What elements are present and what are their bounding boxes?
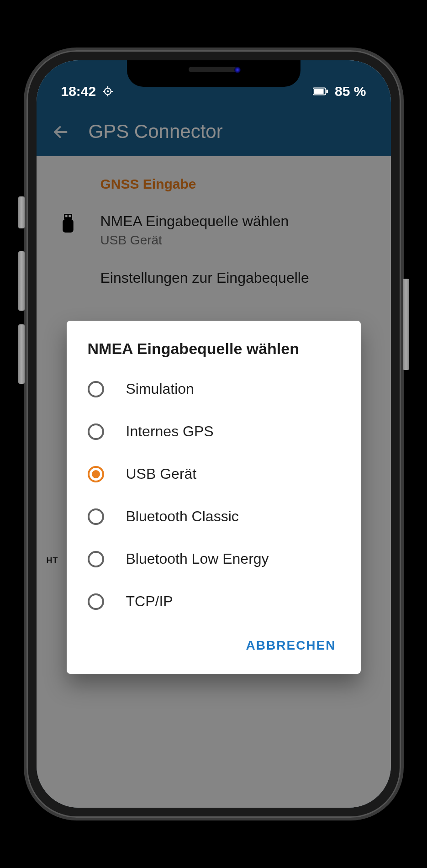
radio-option-3[interactable]: Bluetooth Classic [67,495,361,538]
radio-indicator [88,593,104,610]
dialog-title: NMEA Eingabequelle wählen [67,340,361,368]
radio-indicator [88,423,104,440]
radio-indicator [88,551,104,567]
radio-label: TCP/IP [126,593,173,610]
radio-option-4[interactable]: Bluetooth Low Energy [67,538,361,580]
side-button-vol-down [18,324,25,384]
status-battery: 85 % [335,84,366,99]
side-button-power [403,279,409,370]
svg-point-6 [107,90,109,92]
radio-option-0[interactable]: Simulation [67,368,361,410]
side-button-vol-up [18,251,25,311]
battery-icon [313,87,328,96]
svg-rect-13 [326,90,328,93]
status-time: 18:42 [61,84,96,99]
side-button-mute [18,196,25,228]
svg-rect-12 [314,89,324,94]
speaker-grille [189,67,239,72]
screen: GPS Connector GNSS Eingabe NMEA Eingabeq… [37,60,391,808]
cancel-button[interactable]: ABBRECHEN [238,632,344,659]
radio-label: USB Gerät [126,466,197,482]
front-camera [234,67,241,73]
radio-indicator [88,508,104,525]
nmea-source-dialog: NMEA Eingabequelle wählen SimulationInte… [67,321,361,674]
radio-option-5[interactable]: TCP/IP [67,580,361,623]
radio-label: Bluetooth Low Energy [126,550,269,567]
radio-option-1[interactable]: Internes GPS [67,410,361,453]
radio-list: SimulationInternes GPSUSB GerätBluetooth… [67,368,361,623]
radio-option-2[interactable]: USB Gerät [67,453,361,495]
notch [127,60,300,87]
radio-indicator [88,466,104,482]
radio-label: Simulation [126,381,194,397]
radio-label: Internes GPS [126,423,214,440]
location-icon [102,86,113,97]
radio-indicator [88,381,104,397]
phone-frame: GPS Connector GNSS Eingabe NMEA Eingabeq… [26,50,401,818]
radio-label: Bluetooth Classic [126,508,239,525]
